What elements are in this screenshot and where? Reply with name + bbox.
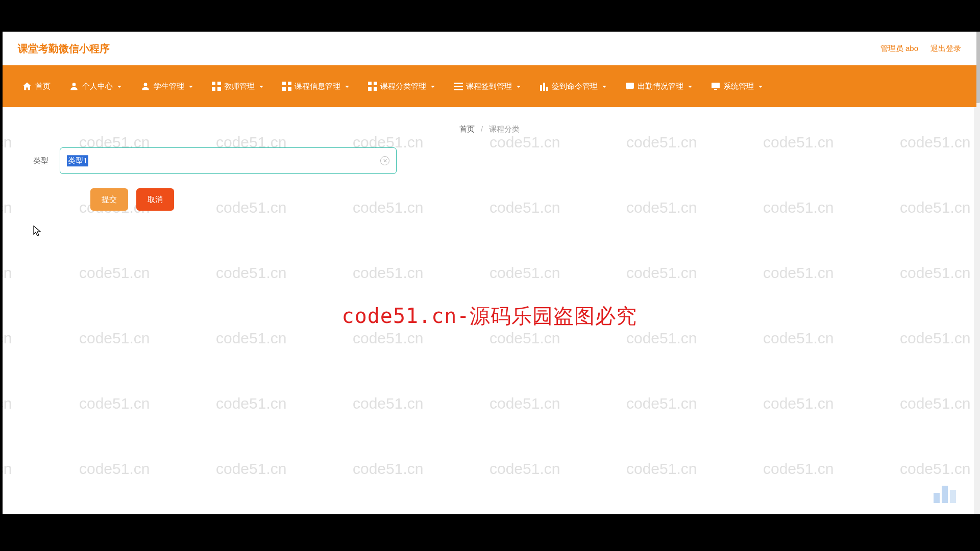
nav-system-label: 系统管理 [723,82,754,91]
nav-personal[interactable]: 个人中心 [60,65,131,107]
app-title: 课堂考勤微信小程序 [18,42,110,56]
svg-point-1 [144,83,148,86]
svg-rect-9 [288,87,291,91]
chevron-down-icon [516,82,521,91]
svg-point-0 [72,83,76,86]
nav-signin-cmd[interactable]: 签到命令管理 [530,65,616,107]
nav-personal-label: 个人中心 [82,82,113,91]
chevron-down-icon [688,82,693,91]
svg-rect-15 [454,86,463,87]
svg-rect-25 [950,490,956,503]
student-icon [140,81,151,91]
svg-rect-5 [217,87,221,91]
chevron-down-icon [345,82,350,91]
svg-rect-3 [217,82,221,85]
monitor-icon [711,82,720,91]
nav-home[interactable]: 首页 [13,65,60,107]
chart-icon [540,82,549,91]
svg-rect-20 [626,83,634,89]
nav-teacher[interactable]: 教师管理 [203,65,273,107]
nav-signin-cmd-label: 签到命令管理 [552,82,598,91]
home-icon [22,81,32,91]
svg-rect-7 [288,82,291,85]
logout-link[interactable]: 退出登录 [930,44,961,54]
svg-rect-24 [942,486,948,503]
header: 课堂考勤微信小程序 管理员 abo 退出登录 [3,32,976,65]
nav-course-category-label: 课程分类管理 [380,82,426,91]
nav-attendance[interactable]: 出勤情况管理 [616,65,702,107]
svg-rect-14 [454,83,463,84]
chevron-down-icon [188,82,193,91]
svg-rect-22 [714,89,717,90]
nav-course-info[interactable]: 课程信息管理 [273,65,359,107]
nav-student-label: 学生管理 [154,82,184,91]
breadcrumb: 首页 / 课程分类 [3,107,976,147]
breadcrumb-home[interactable]: 首页 [459,124,475,133]
form: 类型 类型1 ✕ 提交 取消 [3,147,976,211]
breadcrumb-separator: / [481,124,483,133]
svg-rect-6 [282,82,286,85]
svg-rect-17 [540,85,542,91]
svg-rect-23 [934,493,940,503]
chevron-down-icon [117,82,122,91]
svg-rect-19 [546,87,548,91]
svg-rect-8 [282,87,286,91]
list-icon [454,82,463,91]
type-input-selection: 类型1 [67,155,88,166]
nav-system[interactable]: 系统管理 [702,65,772,107]
nav-course-signin[interactable]: 课程签到管理 [445,65,530,107]
person-icon [69,81,79,91]
svg-rect-4 [212,87,215,91]
watermark-warning: code51.cn-源码乐园盗图必究 [342,302,638,330]
chat-icon [625,82,634,91]
svg-rect-10 [368,82,372,85]
nav-student[interactable]: 学生管理 [131,65,203,107]
corner-logo-icon [932,479,958,505]
type-label: 类型 [33,156,54,166]
nav-home-label: 首页 [35,82,51,91]
nav-teacher-label: 教师管理 [224,82,255,91]
breadcrumb-current: 课程分类 [489,124,520,133]
svg-rect-18 [543,83,545,91]
grid-icon [368,82,377,91]
svg-rect-11 [374,82,377,85]
nav-course-category[interactable]: 课程分类管理 [359,65,445,107]
mouse-cursor-icon [33,226,41,237]
svg-rect-21 [712,83,720,88]
admin-user-label[interactable]: 管理员 abo [880,44,918,54]
svg-rect-2 [212,82,215,85]
svg-rect-16 [454,89,463,90]
chevron-down-icon [259,82,264,91]
submit-button[interactable]: 提交 [90,188,128,211]
grid-icon [282,82,291,91]
chevron-down-icon [430,82,435,91]
navbar: 首页 个人中心 学生管理 教师管理 课程信息管理 [3,65,976,107]
svg-rect-13 [374,87,377,91]
cancel-button[interactable]: 取消 [136,188,174,211]
svg-rect-12 [368,87,372,91]
clear-icon[interactable]: ✕ [380,156,389,165]
chevron-down-icon [758,82,763,91]
chevron-down-icon [602,82,607,91]
grid-icon [212,82,221,91]
nav-course-signin-label: 课程签到管理 [466,82,512,91]
nav-attendance-label: 出勤情况管理 [638,82,683,91]
type-input[interactable] [60,147,397,174]
nav-course-info-label: 课程信息管理 [295,82,340,91]
